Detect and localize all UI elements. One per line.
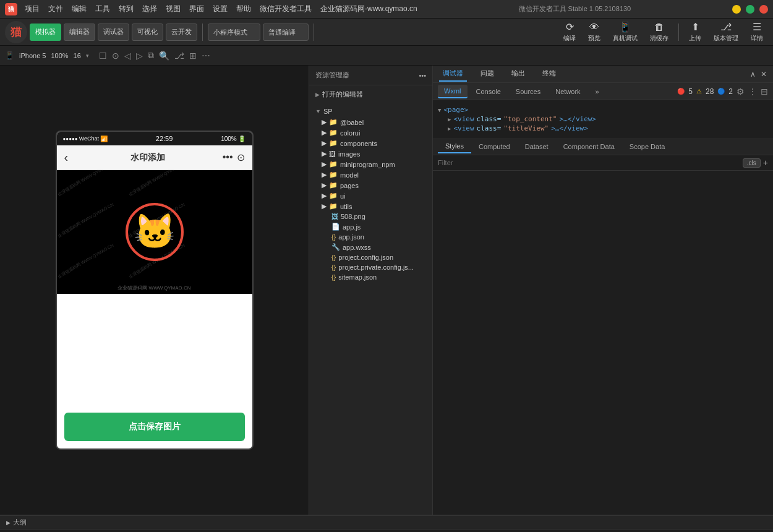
upload-button[interactable]: ⬆ 上传 <box>684 19 706 45</box>
cloud-button[interactable]: 云开发 <box>166 24 197 41</box>
file-appjs[interactable]: 📄 app.js <box>309 221 432 232</box>
folder-ui[interactable]: ▶ 📁 ui <box>309 191 432 201</box>
folder-model-label: model <box>340 171 359 179</box>
xml-top-content-line[interactable]: ▶ <view class= "top_content" >…</view> <box>448 114 768 124</box>
menu-edit[interactable]: 编辑 <box>72 4 87 14</box>
menu-enterprise[interactable]: 企业猫源码网-www.qymao.cn <box>320 4 417 14</box>
phone-save-button[interactable]: 点击保存图片 <box>64 413 245 441</box>
folder-components[interactable]: ▶ 📁 components <box>309 138 432 148</box>
cls-button[interactable]: .cls <box>743 158 761 168</box>
devtools-close-icon[interactable]: ✕ <box>761 70 767 79</box>
file-appjson[interactable]: {} app.json <box>309 232 432 242</box>
file-sitemap[interactable]: {} sitemap.json <box>309 272 432 282</box>
menu-view[interactable]: 视图 <box>166 4 181 14</box>
back-icon[interactable]: ◁ <box>124 51 131 61</box>
folder-colorui[interactable]: ▶ 📁 colorui <box>309 127 432 138</box>
stab-scope-data[interactable]: Scope Data <box>622 140 672 153</box>
search-icon[interactable]: 🔍 <box>159 51 169 61</box>
dtab-console[interactable]: Console <box>470 85 507 98</box>
file-appwxss[interactable]: 🔧 app.wxss <box>309 242 432 252</box>
folder-babel[interactable]: ▶ 📁 @babel <box>309 117 432 127</box>
menu-select[interactable]: 选择 <box>142 4 157 14</box>
branch-icon[interactable]: ⎇ <box>174 51 184 61</box>
minimize-button[interactable] <box>732 5 741 14</box>
sp-toggle[interactable]: ▼ SP <box>309 106 432 117</box>
version-button[interactable]: ⎇ 版本管理 <box>709 19 743 45</box>
xml-page-line[interactable]: ▼ <page> <box>438 105 768 114</box>
xml-titleview-line[interactable]: ▶ <view class= "titleView" >…</view> <box>448 124 768 133</box>
phone-back-button[interactable]: ‹ <box>64 150 69 165</box>
devtools-panel: 调试器 问题 输出 终端 ∧ ✕ Wxml Console Sources Ne… <box>433 66 773 515</box>
phone-record-button[interactable]: ⊙ <box>237 152 245 163</box>
more-icon[interactable]: ⋯ <box>202 51 210 61</box>
top-content-open-tag: <view <box>453 115 474 123</box>
menu-interface[interactable]: 界面 <box>189 4 204 14</box>
simulator-button[interactable]: 模拟器 <box>30 24 61 41</box>
style-filter-input[interactable] <box>438 159 740 166</box>
stab-dataset[interactable]: Dataset <box>518 140 556 153</box>
dtab-more[interactable]: » <box>589 85 605 98</box>
file-projectprivate[interactable]: {} project.private.config.js... <box>309 262 432 272</box>
menu-goto[interactable]: 转到 <box>119 4 134 14</box>
tab-terminal[interactable]: 终端 <box>539 66 560 82</box>
folder-pages[interactable]: ▶ 📁 pages <box>309 180 432 191</box>
menu-help[interactable]: 帮助 <box>236 4 251 14</box>
tab-issues[interactable]: 问题 <box>477 66 498 82</box>
mode-select[interactable]: 小程序模式 <box>208 24 260 41</box>
close-button[interactable] <box>759 5 768 14</box>
menu-settings[interactable]: 设置 <box>213 4 228 14</box>
stab-styles[interactable]: Styles <box>438 140 471 153</box>
file-panel-header: 资源管理器 ••• <box>309 66 432 85</box>
dtab-sources[interactable]: Sources <box>510 85 547 98</box>
folder-utils[interactable]: ▶ 📁 utils <box>309 201 432 212</box>
folder-images[interactable]: ▶ 🖼 images <box>309 148 432 159</box>
compile-button[interactable]: ⟳ 编译 <box>558 19 581 45</box>
open-editors-toggle[interactable]: ▶ 打开的编辑器 <box>309 88 432 101</box>
stab-computed[interactable]: Computed <box>471 140 518 153</box>
topcontent-expand-icon[interactable]: ▶ <box>448 116 451 122</box>
page-expand-icon[interactable]: ▼ <box>438 107 441 113</box>
menu-tool[interactable]: 工具 <box>95 4 110 14</box>
editor-button[interactable]: 编辑器 <box>64 24 95 41</box>
file-projectconfig-label: project.config.json <box>338 254 393 261</box>
warning-count-icon: ⚠ <box>696 88 702 95</box>
dock-icon[interactable]: ⊟ <box>761 87 768 97</box>
more-options-icon[interactable]: ⋮ <box>748 87 757 97</box>
visual-button[interactable]: 可视化 <box>132 24 163 41</box>
real-debug-button[interactable]: 📱 真机调试 <box>608 19 643 45</box>
maximize-button[interactable] <box>746 5 754 14</box>
clear-cache-button[interactable]: 🗑 清缓存 <box>645 19 673 45</box>
resource-manager-more[interactable]: ••• <box>419 72 426 79</box>
menu-file[interactable]: 文件 <box>48 4 63 14</box>
utils-arrow-icon: ▶ <box>322 202 327 210</box>
compile-select[interactable]: 普通编译 <box>263 24 309 41</box>
debugger-button[interactable]: 调试器 <box>98 24 129 41</box>
phone-menu-button[interactable]: ••• <box>223 152 233 163</box>
folder-miniprogram-npm[interactable]: ▶ 📁 miniprogram_npm <box>309 159 432 169</box>
stab-component-data[interactable]: Component Data <box>556 140 622 153</box>
tab-debugger[interactable]: 调试器 <box>439 66 467 82</box>
forward-icon[interactable]: ▷ <box>136 51 143 61</box>
title-view-open-tag: <view <box>453 124 474 132</box>
file-projectconfig[interactable]: {} project.config.json <box>309 252 432 262</box>
file-508png[interactable]: 🖼 508.png <box>309 212 432 221</box>
add-style-button[interactable]: + <box>763 158 768 168</box>
outline-bar[interactable]: ▶ 大纲 <box>0 515 773 529</box>
grid-icon[interactable]: ⊞ <box>189 51 197 61</box>
separator-2 <box>314 24 314 41</box>
copy-icon[interactable]: ⧉ <box>148 50 154 61</box>
devtools-up-icon[interactable]: ∧ <box>750 70 756 79</box>
record-icon[interactable]: ⊙ <box>112 51 119 61</box>
dtab-network[interactable]: Network <box>549 85 586 98</box>
details-button[interactable]: ☰ 详情 <box>746 19 768 45</box>
titleview-expand-icon[interactable]: ▶ <box>448 126 451 132</box>
menu-project[interactable]: 项目 <box>25 4 40 14</box>
file-appjs-icon: 📄 <box>331 223 340 231</box>
preview-button[interactable]: 👁 预览 <box>583 19 605 45</box>
menu-wechat-dev[interactable]: 微信开发者工具 <box>260 4 312 14</box>
tab-output[interactable]: 输出 <box>508 66 529 82</box>
settings-icon[interactable]: ⚙ <box>737 87 745 97</box>
phone-icon[interactable]: ☐ <box>99 51 107 61</box>
folder-model[interactable]: ▶ 📁 model <box>309 169 432 180</box>
dtab-wxml[interactable]: Wxml <box>438 85 468 98</box>
